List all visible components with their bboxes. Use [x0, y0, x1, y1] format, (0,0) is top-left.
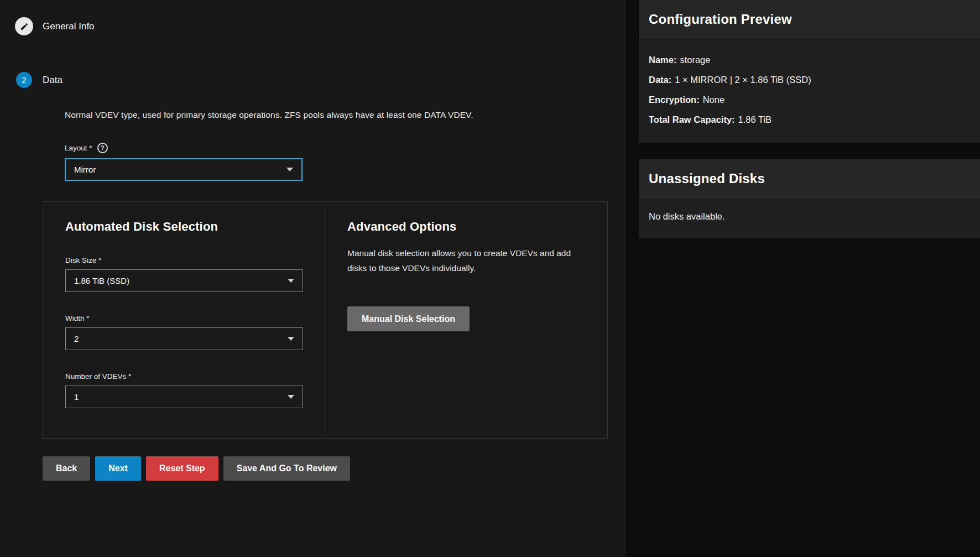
advanced-options-section: Advanced Options Manual disk selection a… [325, 202, 609, 438]
preview-encryption-label: Encryption: [649, 95, 700, 105]
next-button[interactable]: Next [95, 456, 141, 481]
preview-data-label: Data: [649, 75, 671, 85]
preview-data-value: 1 × MIRROR | 2 × 1.86 TiB (SSD) [675, 75, 811, 85]
pool-wizard-main: General Info 2 Data Normal VDEV type, us… [0, 0, 625, 557]
step-data[interactable]: 2 Data [0, 71, 625, 89]
layout-field: Layout * ? Mirror [65, 143, 625, 181]
preview-name-label: Name: [649, 55, 676, 65]
data-vdev-description: Normal VDEV type, used for primary stora… [65, 110, 625, 120]
configuration-preview-card: Configuration Preview Name:storage Data:… [639, 0, 980, 143]
configuration-sidebar: Configuration Preview Name:storage Data:… [639, 0, 980, 557]
data-step-content: Normal VDEV type, used for primary stora… [0, 89, 625, 481]
reset-step-button[interactable]: Reset Step [146, 456, 218, 481]
chevron-down-icon [288, 395, 294, 399]
number-of-vdevs-select-value: 1 [74, 392, 79, 402]
disk-size-select-value: 1.86 TiB (SSD) [74, 276, 129, 285]
automated-disk-selection-title: Automated Disk Selection [65, 220, 325, 234]
advanced-options-title: Advanced Options [347, 220, 587, 234]
width-select[interactable]: 2 [65, 327, 303, 350]
width-label: Width * [65, 314, 325, 322]
layout-select-value: Mirror [74, 165, 96, 174]
step-general-info[interactable]: General Info [0, 0, 625, 35]
preview-encryption-value: None [703, 95, 724, 105]
help-icon[interactable]: ? [97, 143, 108, 153]
preview-capacity-label: Total Raw Capacity: [649, 114, 735, 124]
configuration-preview-header: Configuration Preview [639, 0, 980, 38]
automated-disk-selection-section: Automated Disk Selection Disk Size * 1.8… [43, 202, 325, 438]
layout-label-text: Layout * [65, 144, 92, 152]
save-and-go-to-review-button[interactable]: Save And Go To Review [223, 456, 350, 481]
disk-size-select[interactable]: 1.86 TiB (SSD) [65, 269, 303, 292]
number-of-vdevs-select[interactable]: 1 [65, 386, 303, 408]
unassigned-disks-header: Unassigned Disks [639, 159, 980, 197]
preview-row-capacity: Total Raw Capacity:1.86 TiB [649, 110, 970, 129]
preview-row-name: Name:storage [649, 50, 970, 70]
no-disks-message: No disks available. [649, 209, 970, 225]
step-general-info-label: General Info [43, 21, 95, 32]
configuration-preview-title: Configuration Preview [649, 12, 970, 27]
chevron-down-icon [288, 337, 294, 341]
unassigned-disks-body: No disks available. [639, 197, 980, 238]
number-of-vdevs-label: Number of VDEVs * [65, 372, 325, 381]
chevron-down-icon [288, 279, 294, 283]
disk-size-field: Disk Size * 1.86 TiB (SSD) [65, 256, 325, 292]
layout-field-label: Layout * ? [65, 143, 625, 153]
manual-disk-selection-button[interactable]: Manual Disk Selection [347, 306, 470, 331]
unassigned-disks-card: Unassigned Disks No disks available. [639, 159, 980, 238]
step-data-label: Data [43, 75, 62, 86]
back-button[interactable]: Back [43, 456, 90, 481]
advanced-options-description: Manual disk selection allows you to crea… [347, 246, 587, 275]
configuration-preview-body: Name:storage Data:1 × MIRROR | 2 × 1.86 … [639, 38, 980, 143]
layout-select[interactable]: Mirror [65, 158, 303, 181]
preview-name-value: storage [680, 55, 710, 65]
chevron-down-icon [286, 168, 293, 171]
width-field: Width * 2 [65, 314, 325, 350]
number-of-vdevs-field: Number of VDEVs * 1 [65, 372, 325, 408]
disk-selection-panel: Automated Disk Selection Disk Size * 1.8… [43, 201, 608, 439]
width-select-value: 2 [74, 334, 79, 343]
preview-capacity-value: 1.86 TiB [738, 114, 772, 124]
wizard-actions: Back Next Reset Step Save And Go To Revi… [43, 456, 625, 481]
disk-size-label: Disk Size * [65, 256, 325, 264]
edit-pencil-icon [15, 17, 33, 35]
preview-row-encryption: Encryption:None [649, 90, 970, 110]
step-number-icon: 2 [16, 72, 32, 88]
unassigned-disks-title: Unassigned Disks [649, 171, 970, 186]
preview-row-data: Data:1 × MIRROR | 2 × 1.86 TiB (SSD) [649, 70, 970, 90]
